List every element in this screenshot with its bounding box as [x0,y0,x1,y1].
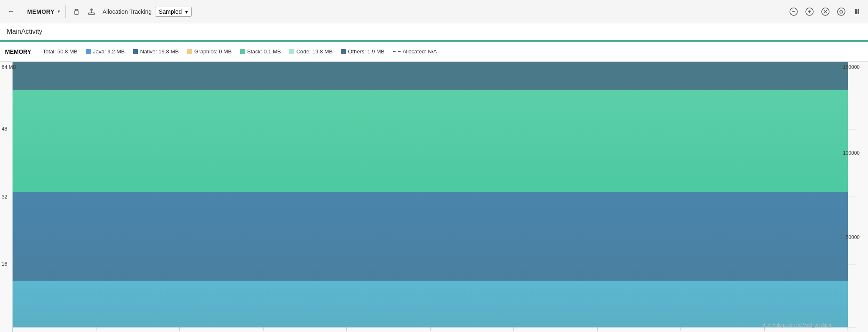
memory-dropdown-arrow[interactable]: ▾ [58,9,60,14]
legend-graphics: Graphics: 0 MB [187,48,232,55]
watermark-text: https://blog.csdn.net/wild_onlyking [761,322,831,327]
activity-title: MainActivity [7,28,42,35]
y-right-label-100000: 100000 [843,150,860,156]
java-color-box [86,49,91,54]
svg-rect-17 [858,9,859,14]
svg-rect-16 [855,9,857,14]
sampled-value: Sampled [159,8,182,15]
svg-point-15 [838,8,845,15]
y-label-64: 64 MB [2,63,16,70]
y-label-48: 48 [2,126,7,132]
sampled-arrow: ▾ [185,8,188,15]
main-content: MainActivity MEMORY Total: 50.8 MB Java:… [0,23,868,332]
toolbar: ← MEMORY ▾ Allocation Tracking Sa [0,0,868,23]
legend-allocated: Allocated: N/A [393,48,437,55]
legend-total: Total: 50.8 MB [43,48,77,55]
legend-native: Native: 19.8 MB [133,48,179,55]
svg-rect-0 [75,11,78,15]
legend-bar: MEMORY Total: 50.8 MB Java: 9.2 MB Nativ… [0,42,868,62]
allocated-dash [393,51,401,52]
export-button[interactable] [86,6,97,18]
svg-rect-28 [13,90,848,192]
toolbar-left: ← MEMORY ▾ Allocation Tracking Sa [5,5,788,18]
sampled-dropdown[interactable]: Sampled ▾ [155,7,192,17]
stop-recording-button[interactable] [820,6,831,18]
memory-title: MEMORY [27,8,54,15]
legend-memory-title: MEMORY [5,48,31,55]
legend-others: Others: 1.9 MB [341,48,384,55]
legend-java: Java: 9.2 MB [86,48,125,55]
back-button[interactable]: ← [5,6,17,18]
svg-rect-29 [13,192,848,281]
stack-color-box [240,49,245,54]
divider-1 [22,5,22,18]
chart-area[interactable]: 64 MB 48 32 16 150000 100000 50000 https… [0,62,868,332]
code-color-box [289,49,294,54]
native-color-box [133,49,138,54]
graphics-color-box [187,49,192,54]
svg-rect-24 [13,62,848,90]
delete-button[interactable] [71,6,82,18]
y-label-32: 32 [2,194,7,200]
y-right-label-50000: 50000 [846,234,860,240]
legend-stack: Stack: 0.1 MB [240,48,281,55]
allocation-tracking-label: Allocation Tracking [102,8,152,15]
memory-chart-svg: 64 MB 48 32 16 150000 100000 50000 https… [0,62,868,332]
pause-button[interactable] [851,6,863,18]
zoom-in-button[interactable] [804,6,815,18]
gc-button[interactable] [835,6,847,18]
activity-bar: MainActivity [0,23,868,40]
y-right-label-150000: 150000 [843,63,860,70]
others-color-box [341,49,346,54]
legend-code: Code: 19.8 MB [289,48,332,55]
svg-rect-5 [89,13,94,15]
toolbar-right [788,6,863,18]
zoom-out-button[interactable] [788,6,799,18]
y-label-16: 16 [2,261,7,267]
svg-rect-30 [13,281,848,327]
divider-2 [65,5,66,18]
